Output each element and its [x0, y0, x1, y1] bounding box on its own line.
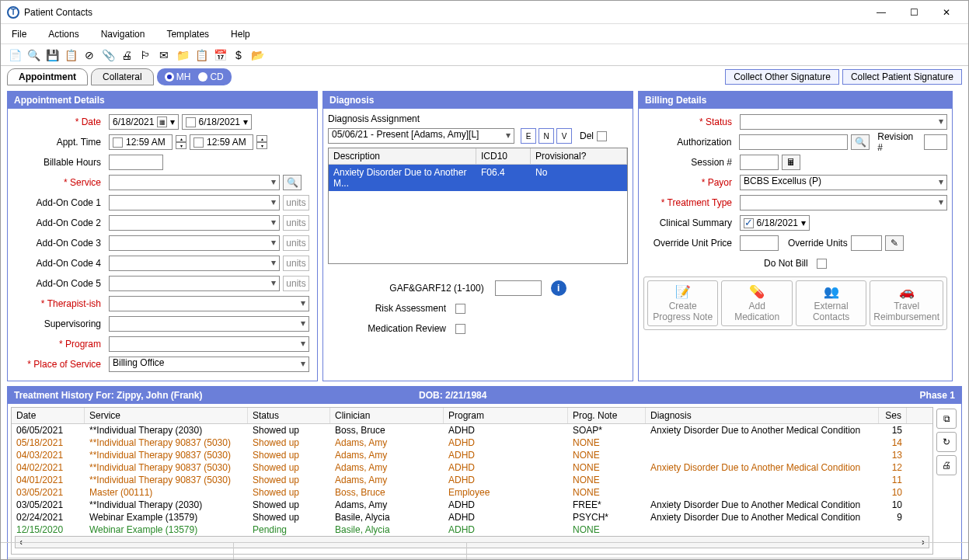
service-search-button[interactable]: 🔍	[283, 175, 302, 190]
donotbill-checkbox[interactable]	[817, 259, 827, 269]
toolbar: 📄🔍💾📋⊘📎🖨🏳✉📁📋📅$📂	[1, 44, 968, 66]
table-row[interactable]: 02/24/2021Webinar Example (13579)Showed …	[12, 511, 932, 523]
addon3-select[interactable]	[109, 235, 280, 251]
cancel-icon[interactable]: ⊘	[82, 47, 97, 63]
folder-plus-icon[interactable]: 📁	[175, 47, 190, 63]
mh-cd-toggle: MH CD	[157, 68, 232, 85]
collect-patient-signature-button[interactable]: Collect Patient Signature	[842, 69, 962, 85]
menu-help[interactable]: Help	[228, 27, 253, 41]
label-service: * Service	[12, 177, 106, 188]
time2-down[interactable]: ▾	[256, 142, 267, 149]
people-icon: 👥	[824, 284, 839, 299]
external-contacts-button[interactable]: 👥External Contacts	[796, 280, 866, 326]
table-row[interactable]: 04/01/2021**Individual Therapy 90837 (50…	[12, 474, 932, 486]
add-medication-button[interactable]: 💊Add Medication	[721, 280, 792, 326]
maximize-button[interactable]: ☐	[898, 2, 929, 23]
table-row[interactable]: 03/05/2021**Individual Therapy (2030)Sho…	[12, 499, 932, 511]
gaf-input[interactable]	[495, 280, 542, 296]
mail-icon[interactable]: ✉	[156, 47, 172, 63]
copy-button[interactable]: ⧉	[936, 409, 957, 429]
print-icon[interactable]: 🖨	[119, 47, 134, 63]
menu-navigation[interactable]: Navigation	[98, 27, 148, 41]
copy-icon[interactable]: 📋	[63, 47, 78, 63]
override-units-input[interactable]	[851, 235, 882, 251]
override-price-input[interactable]	[740, 235, 779, 251]
car-icon: 🚗	[899, 284, 915, 299]
refresh-button[interactable]: ↻	[936, 432, 957, 452]
dollar-icon[interactable]: $	[231, 47, 246, 63]
table-row[interactable]: 06/05/2021**Individual Therapy (2030)Sho…	[12, 424, 932, 437]
program-select[interactable]	[109, 336, 309, 352]
revision-input[interactable]	[924, 134, 947, 150]
app-icon: T	[7, 6, 19, 19]
clinical-summary-date[interactable]: 6/18/2021▾	[740, 215, 810, 231]
addon2-select[interactable]	[109, 215, 280, 231]
flag-icon[interactable]: 🏳	[138, 47, 153, 63]
radio-mh[interactable]: MH	[165, 71, 191, 82]
menu-templates[interactable]: Templates	[163, 27, 212, 41]
medreview-checkbox[interactable]	[455, 324, 465, 334]
table-row[interactable]: 04/02/2021**Individual Therapy 90837 (50…	[12, 461, 932, 474]
collect-other-signature-button[interactable]: Collect Other Signature	[725, 69, 839, 85]
label-billable: Billable Hours	[12, 157, 106, 168]
diag-e-button[interactable]: E	[521, 128, 536, 144]
status-select[interactable]	[740, 114, 947, 130]
billable-hours-input[interactable]	[109, 155, 163, 170]
start-time-input[interactable]: 12:59 AM	[109, 134, 173, 150]
calendar-icon[interactable]: ▦	[157, 117, 167, 127]
pill-icon: 💊	[749, 284, 765, 299]
diagnosis-assignment-select[interactable]: 05/06/21 - Present [Adams, Amy][L]	[328, 128, 514, 144]
treatment-history-panel: Treatment History For: Zippy, John (Fran…	[7, 386, 962, 560]
info-icon[interactable]: i	[551, 280, 566, 296]
menu-file[interactable]: File	[9, 27, 30, 41]
diag-n-button[interactable]: N	[539, 128, 554, 144]
time1-up[interactable]: ▴	[176, 135, 186, 142]
addon4-select[interactable]	[109, 256, 280, 271]
note-icon: 📝	[675, 284, 691, 299]
minimize-button[interactable]: —	[866, 2, 897, 23]
tab-appointment[interactable]: Appointment	[7, 68, 88, 85]
authorization-input[interactable]	[739, 134, 848, 150]
time1-down[interactable]: ▾	[176, 142, 186, 149]
close-button[interactable]: ✕	[931, 2, 962, 23]
payor-select[interactable]: BCBS Excellus (P)	[740, 175, 947, 190]
risk-checkbox[interactable]	[455, 304, 465, 314]
service-select[interactable]	[109, 175, 280, 190]
travel-reimbursement-button[interactable]: 🚗Travel Reimbursement	[870, 280, 943, 326]
diag-v-button[interactable]: V	[556, 128, 572, 144]
save-icon[interactable]: 💾	[44, 47, 60, 63]
diagnosis-row[interactable]: Anxiety Disorder Due to Another M... F06…	[329, 165, 627, 191]
therapist-select[interactable]	[109, 296, 309, 311]
end-time-input[interactable]: 12:59 AM	[190, 134, 253, 150]
attach-icon[interactable]: 📎	[100, 47, 116, 63]
new-doc-icon[interactable]: 📄	[7, 47, 23, 63]
treatment-type-select[interactable]	[740, 195, 947, 210]
clipboard-icon[interactable]: 📋	[193, 47, 209, 63]
calendar-icon[interactable]: 📅	[212, 47, 228, 63]
folder-open-icon[interactable]: 📂	[249, 47, 265, 63]
time2-up[interactable]: ▴	[256, 135, 267, 142]
session-input[interactable]	[740, 155, 779, 170]
addon1-select[interactable]	[109, 195, 280, 210]
table-row[interactable]: 04/03/2021**Individual Therapy 90837 (50…	[12, 449, 932, 461]
print-button[interactable]: 🖨	[936, 455, 957, 475]
place-select[interactable]: Billing Office	[109, 357, 309, 372]
supervisor-select[interactable]	[109, 316, 309, 332]
diag-del-checkbox[interactable]	[597, 131, 607, 141]
table-row[interactable]: 12/15/2020Webinar Example (13579)Pending…	[12, 523, 932, 536]
addon5-select[interactable]	[109, 276, 280, 291]
history-table[interactable]: Date Service Status Clinician Program Pr…	[11, 407, 933, 555]
create-progress-note-button[interactable]: 📝Create Progress Note	[647, 280, 718, 326]
override-tool-button[interactable]: ✎	[885, 235, 904, 251]
auth-search-button[interactable]: 🔍	[851, 134, 870, 150]
menu-actions[interactable]: Actions	[45, 27, 82, 41]
start-date-input[interactable]: 6/18/2021▦▾	[109, 114, 179, 130]
table-row[interactable]: 05/18/2021**Individual Therapy 90837 (50…	[12, 437, 932, 449]
diagnosis-table: Description ICD10 Provisional? Anxiety D…	[328, 148, 628, 264]
binoculars-icon[interactable]: 🔍	[26, 47, 41, 63]
table-row[interactable]: 03/05/2021Master (00111)Showed upBoss, B…	[12, 486, 932, 499]
session-calc-button[interactable]: 🖩	[782, 155, 800, 170]
radio-cd[interactable]: CD	[198, 71, 223, 82]
end-date-input[interactable]: 6/18/2021▾	[182, 114, 252, 130]
tab-collateral[interactable]: Collateral	[91, 68, 154, 85]
